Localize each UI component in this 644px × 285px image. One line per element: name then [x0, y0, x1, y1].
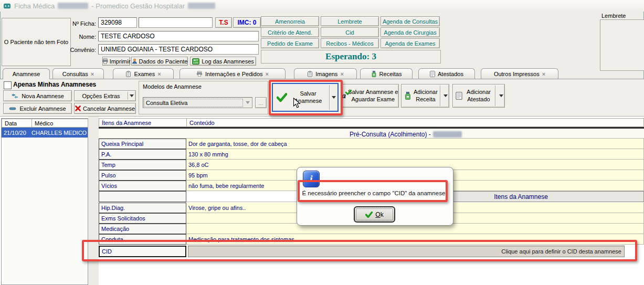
- cancelar-anamnese-label: Cancelar Anamnese: [83, 105, 135, 112]
- salvar-aguardar-button[interactable]: a Salvar Anamnese eAguardar Exame: [341, 84, 399, 108]
- row-value[interactable]: Medicação para tratamento dos sintomas.: [186, 234, 644, 245]
- log-anamneses-button[interactable]: ACTLOG Log das Anamneses: [190, 57, 256, 66]
- quick-lembrete-button[interactable]: Lembrete: [321, 16, 379, 26]
- history-row-selected[interactable]: 21/10/20 CHARLLES MEDICO: [2, 128, 88, 138]
- redacted-text: [58, 3, 88, 9]
- anamnese-header-itens[interactable]: Ítens da Anamnese: [99, 118, 187, 127]
- arrows-icon: [11, 93, 18, 99]
- row-label: [99, 191, 186, 202]
- green-check-icon: [277, 93, 287, 102]
- quick-agenda-exames-button[interactable]: Agenda de Exames: [381, 38, 440, 48]
- cid-define-field[interactable]: Clique aqui para definir o CID desta ana…: [188, 246, 625, 257]
- opcoes-extras-label: Opções Extras: [75, 93, 128, 99]
- history-header-data[interactable]: Data: [2, 119, 32, 128]
- quick-agenda-consultas-button[interactable]: Agenda de Consultas: [381, 16, 440, 26]
- ok-label: Ok: [375, 211, 383, 218]
- quick-pedido-exame-button[interactable]: Pedido de Exame: [261, 38, 319, 48]
- chevron-down-icon[interactable]: [442, 94, 449, 97]
- tab-exames[interactable]: Exames×: [113, 68, 174, 79]
- document-icon: [430, 71, 435, 77]
- row-label: Queixa Principal: [99, 139, 186, 149]
- quick-agenda-cirurgias-button[interactable]: Agenda de Cirurgias: [381, 27, 440, 37]
- history-grid: Data Médico 21/10/20 CHARLLES MEDICO: [1, 118, 88, 285]
- no-photo-box: O Paciente não tem Foto: [2, 18, 71, 66]
- chevron-down-icon[interactable]: [128, 94, 135, 97]
- pre-consulta-row[interactable]: Pré-Consulta (Acolhimento) -: [99, 127, 644, 139]
- row-label: Conduta: [99, 234, 186, 245]
- tab-anamnese[interactable]: Anamnese: [3, 68, 50, 79]
- minus-icon: [9, 107, 16, 110]
- window-titlebar: Ficha Médica - Promedico Gestão Hospital…: [0, 0, 644, 12]
- tab-label: Atestados: [438, 71, 463, 77]
- quick-recibos-button[interactable]: Recibos - Médicos: [321, 38, 379, 48]
- ts-badge[interactable]: T.S: [215, 17, 232, 28]
- anamnese-header-conteudo[interactable]: Conteúdo: [186, 118, 644, 127]
- opcoes-extras-button[interactable]: Opções Extras: [74, 90, 136, 101]
- quick-criterio-button[interactable]: Critério de Atend.: [261, 27, 319, 37]
- close-icon[interactable]: ×: [91, 71, 94, 77]
- red-x-icon: [75, 105, 81, 111]
- row-label: Temp: [99, 160, 186, 170]
- apenas-minhas-checkbox[interactable]: [4, 81, 12, 89]
- tab-label: Exames: [134, 71, 155, 77]
- quick-cid-button[interactable]: Cid: [321, 27, 379, 37]
- dados-label: Dados do Paciente: [139, 58, 188, 65]
- tab-outros-impressos[interactable]: Outros Impressos×: [481, 68, 558, 79]
- quick-amenorreia-button[interactable]: Amenorreia: [261, 16, 319, 26]
- close-icon[interactable]: ×: [157, 71, 161, 77]
- chevron-down-icon[interactable]: [244, 101, 252, 104]
- row-value[interactable]: 130 x 80 mmhg: [186, 149, 644, 160]
- log-label: Log das Anamneses: [202, 58, 254, 65]
- splitter[interactable]: [88, 117, 99, 285]
- dialog-message: É necessário preencher o campo "CID" da …: [300, 183, 449, 203]
- modelos-more-button[interactable]: ...: [255, 97, 267, 108]
- imprimir-button[interactable]: Imprimir: [102, 57, 130, 66]
- adicionar-atestado-button[interactable]: AdicionarAtestado: [452, 84, 505, 108]
- close-icon[interactable]: ×: [340, 71, 343, 77]
- chevron-down-icon[interactable]: [498, 94, 504, 97]
- ficha-medica-window: Ficha Médica - Promedico Gestão Hospital…: [0, 0, 644, 285]
- lembrete-box[interactable]: [600, 19, 644, 71]
- ficha-input[interactable]: [98, 17, 137, 28]
- row-value[interactable]: Dor de garganta, tosse, dor de cabeça: [186, 139, 644, 149]
- tab-imagens[interactable]: Imagens×: [294, 68, 357, 79]
- nova-anamnese-button[interactable]: Nova Anamnese: [3, 90, 72, 101]
- excluir-anamnese-button[interactable]: Excluir Anamnese: [3, 103, 72, 114]
- dados-do-paciente-button[interactable]: Dados do Paciente: [131, 57, 188, 66]
- convenio-input[interactable]: [98, 44, 259, 55]
- app-icon: [3, 2, 11, 10]
- redacted-text: [188, 3, 215, 9]
- close-icon[interactable]: ×: [266, 71, 269, 77]
- anamnese-row-cid: CID Clique aqui para definir o CID desta…: [99, 246, 644, 257]
- row-label: Vícios: [99, 181, 186, 191]
- cancelar-anamnese-button[interactable]: Cancelar Anamnese: [74, 103, 136, 114]
- chevron-down-icon[interactable]: [330, 96, 337, 99]
- cid-row-label: CID: [99, 246, 186, 257]
- printer-icon: [102, 58, 108, 64]
- tab-internacoes[interactable]: Internações e Pedidos×: [180, 68, 286, 79]
- anamnese-row-pa: P.A. 130 x 80 mmhg: [99, 149, 644, 160]
- excluir-anamnese-label: Excluir Anamnese: [19, 105, 66, 112]
- tab-consultas[interactable]: Consultas×: [52, 68, 104, 79]
- tab-label: Anamnese: [13, 71, 40, 77]
- anamnese-row-conduta: Conduta Medicação para tratamento dos si…: [99, 234, 644, 245]
- green-check-icon: [365, 212, 373, 218]
- row-label: Pulso: [99, 170, 186, 181]
- imc-badge[interactable]: IMC: 0: [233, 17, 261, 28]
- nome-input[interactable]: [98, 31, 259, 41]
- tab-atestados[interactable]: Atestados: [418, 68, 475, 79]
- ok-button[interactable]: Ok: [354, 206, 395, 223]
- adicionar-receita-button[interactable]: AdicionarReceita: [401, 84, 449, 108]
- history-header-medico[interactable]: Médico: [31, 119, 88, 128]
- printer-icon: [196, 71, 203, 77]
- adicionar-receita-label: AdicionarReceita: [414, 89, 438, 103]
- tab-receitas[interactable]: Receitas: [360, 68, 413, 79]
- anamnese-row-queixa: Queixa Principal Dor de garganta, tosse,…: [99, 139, 644, 149]
- nome-label: Nome:: [71, 34, 96, 40]
- ficha-secondary-input[interactable]: [139, 17, 213, 28]
- modelos-combobox[interactable]: Consulta Eletiva: [143, 97, 252, 108]
- salvar-anamnese-button[interactable]: SalvarAnamnese: [272, 83, 339, 112]
- mouse-cursor: [293, 98, 301, 109]
- redacted-text: [433, 131, 462, 138]
- close-icon[interactable]: ×: [542, 71, 545, 77]
